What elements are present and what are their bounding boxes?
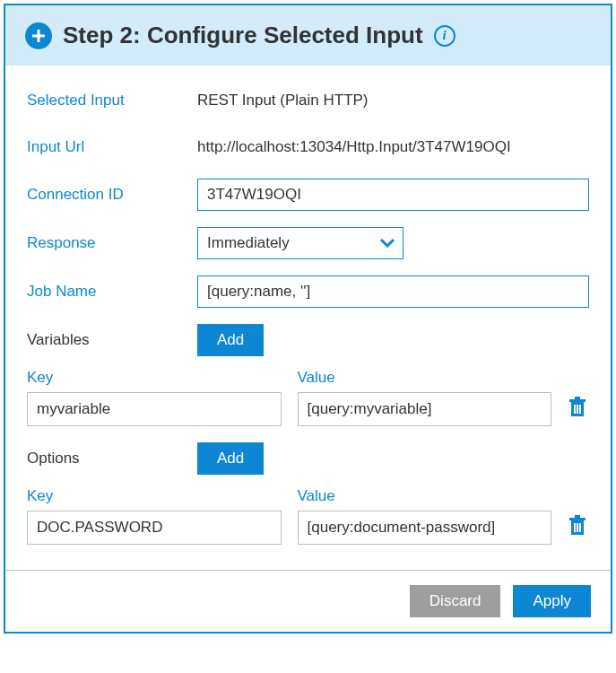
svg-rect-10 bbox=[575, 515, 580, 518]
variable-key-col: Key bbox=[27, 369, 282, 426]
apply-button[interactable]: Apply bbox=[513, 585, 591, 617]
svg-rect-9 bbox=[569, 518, 586, 520]
connection-id-label: Connection ID bbox=[27, 186, 197, 204]
input-url-row: Input Url http://localhost:13034/Http.In… bbox=[27, 132, 589, 162]
add-option-button[interactable]: Add bbox=[197, 442, 264, 475]
selected-input-row: Selected Input REST Input (Plain HTTP) bbox=[27, 85, 589, 116]
connection-id-input[interactable] bbox=[197, 179, 589, 211]
option-value-input[interactable] bbox=[298, 511, 552, 545]
input-url-value: http://localhost:13034/Http.Input/3T47W1… bbox=[197, 138, 511, 156]
add-variable-button[interactable]: Add bbox=[197, 324, 264, 356]
option-value-label: Value bbox=[298, 487, 552, 505]
option-value-col: Value bbox=[298, 487, 552, 545]
trash-icon bbox=[568, 515, 587, 537]
discard-button[interactable]: Discard bbox=[410, 585, 501, 617]
option-key-input[interactable] bbox=[27, 511, 282, 545]
info-icon[interactable]: i bbox=[434, 25, 455, 47]
option-key-label: Key bbox=[27, 487, 282, 505]
panel-body: Selected Input REST Input (Plain HTTP) I… bbox=[5, 66, 611, 570]
variables-label: Variables bbox=[27, 331, 197, 349]
input-url-label: Input Url bbox=[27, 138, 197, 156]
delete-variable-button[interactable] bbox=[568, 397, 589, 426]
svg-rect-7 bbox=[579, 405, 581, 414]
delete-option-button[interactable] bbox=[568, 515, 589, 545]
response-label: Response bbox=[27, 234, 197, 252]
selected-input-value: REST Input (Plain HTTP) bbox=[197, 92, 369, 109]
response-row: Response bbox=[27, 227, 589, 259]
panel-title: Step 2: Configure Selected Input bbox=[63, 22, 423, 49]
selected-input-label: Selected Input bbox=[27, 92, 197, 109]
option-row: Key Value bbox=[27, 487, 589, 545]
svg-rect-3 bbox=[569, 399, 586, 402]
svg-rect-4 bbox=[575, 397, 580, 399]
response-select-value[interactable] bbox=[197, 227, 403, 259]
variable-value-label: Value bbox=[298, 369, 552, 387]
response-select[interactable] bbox=[197, 227, 403, 259]
variable-row: Key Value bbox=[27, 369, 589, 426]
option-key-col: Key bbox=[27, 487, 282, 545]
plus-circle-icon bbox=[25, 22, 52, 49]
variable-key-label: Key bbox=[27, 369, 282, 387]
svg-rect-11 bbox=[574, 523, 576, 532]
svg-rect-12 bbox=[577, 523, 578, 532]
variable-value-input[interactable] bbox=[298, 392, 552, 426]
options-label: Options bbox=[27, 450, 197, 468]
svg-rect-1 bbox=[32, 34, 45, 37]
svg-rect-13 bbox=[579, 523, 581, 532]
connection-id-row: Connection ID bbox=[27, 179, 589, 211]
panel-footer: Discard Apply bbox=[5, 570, 611, 632]
configure-input-panel: Step 2: Configure Selected Input i Selec… bbox=[4, 4, 612, 634]
job-name-label: Job Name bbox=[27, 283, 197, 301]
svg-rect-5 bbox=[574, 405, 576, 414]
trash-icon bbox=[568, 397, 587, 418]
job-name-row: Job Name bbox=[27, 275, 589, 308]
variable-value-col: Value bbox=[298, 369, 552, 426]
svg-rect-6 bbox=[577, 405, 578, 414]
options-section-header: Options Add bbox=[27, 442, 589, 475]
variable-key-input[interactable] bbox=[27, 392, 282, 426]
variables-section-header: Variables Add bbox=[27, 324, 589, 356]
job-name-input[interactable] bbox=[197, 275, 589, 308]
panel-header: Step 2: Configure Selected Input i bbox=[5, 5, 611, 66]
